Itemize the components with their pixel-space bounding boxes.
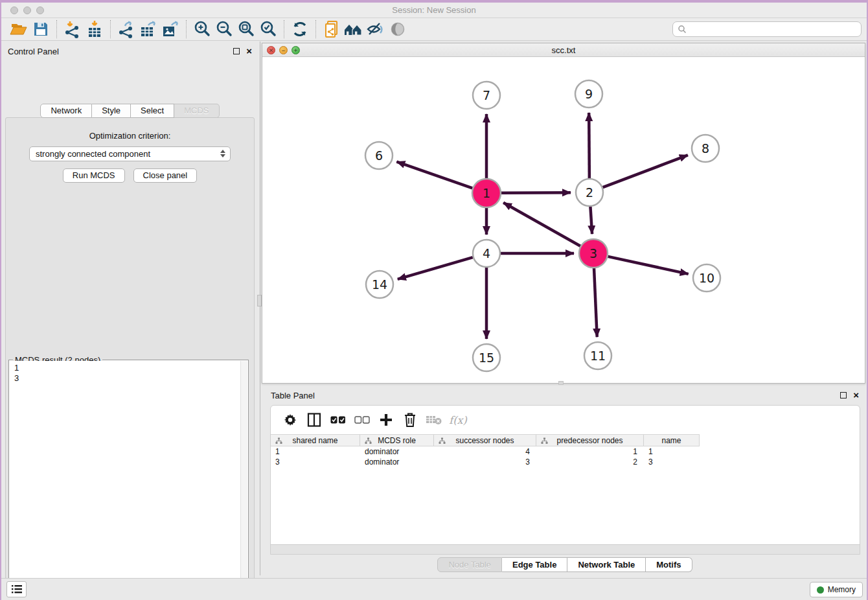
mcds-result-list[interactable]: 13 [10, 361, 240, 600]
graph-node-label: 15 [479, 351, 494, 365]
column-header-shared-name[interactable]: shared name [271, 435, 360, 446]
run-mcds-button[interactable]: Run MCDS [63, 168, 125, 183]
close-panel-icon[interactable]: × [246, 48, 252, 54]
hide-selected-icon[interactable] [365, 19, 387, 39]
column-header-predecessor-nodes[interactable]: predecessor nodes [536, 435, 644, 446]
search-field[interactable] [672, 21, 862, 37]
tab-style[interactable]: Style [92, 104, 131, 118]
network-close-icon[interactable]: ✕ [267, 46, 275, 54]
maximize-window-icon[interactable] [36, 6, 44, 14]
mcds-result-line: 1 [14, 363, 240, 373]
gear-icon[interactable] [281, 411, 299, 428]
graph-node-label: 11 [590, 349, 606, 363]
save-session-icon[interactable] [30, 19, 52, 39]
delete-table-icon[interactable] [425, 411, 443, 428]
graph-edge-2-8[interactable] [603, 155, 688, 187]
table-cell[interactable]: 4 [434, 446, 536, 457]
clone-network-icon[interactable] [321, 19, 343, 39]
first-neighbors-icon[interactable] [343, 19, 365, 39]
memory-button[interactable]: Memory [810, 582, 863, 597]
show-all-icon[interactable] [387, 19, 409, 39]
network-maximize-icon[interactable]: + [291, 46, 300, 54]
graph-edge-3-1[interactable] [503, 203, 580, 246]
import-network-icon[interactable] [62, 19, 84, 39]
table-cell[interactable]: 1 [271, 446, 360, 457]
tab-edge-table[interactable]: Edge Table [502, 557, 567, 572]
tab-network-table[interactable]: Network Table [567, 557, 646, 572]
network-minimize-icon[interactable]: − [279, 46, 288, 54]
column-header-mcds-role[interactable]: MCDS role [360, 435, 434, 446]
split-view-icon[interactable] [305, 411, 323, 428]
graph-edge-2-3[interactable] [590, 207, 592, 234]
task-history-button[interactable] [6, 581, 27, 597]
close-table-panel-icon[interactable]: × [853, 392, 859, 398]
graph-edge-4-14[interactable] [398, 257, 473, 279]
table-cell[interactable]: dominator [360, 446, 434, 457]
graph-edge-1-6[interactable] [396, 162, 472, 189]
tab-motifs[interactable]: Motifs [646, 557, 692, 572]
zoom-selected-icon[interactable] [257, 19, 279, 39]
delete-column-icon[interactable] [401, 411, 419, 428]
toolbar-separator [110, 20, 111, 38]
close-window-icon[interactable] [10, 6, 18, 14]
vertical-splitter-handle[interactable] [257, 295, 262, 306]
table-cell[interactable]: 3 [434, 457, 536, 467]
graph-edge-3-10[interactable] [608, 257, 688, 274]
graph-edge-2-9[interactable] [589, 113, 589, 178]
table-cell[interactable]: 1 [536, 446, 644, 457]
add-column-icon[interactable] [377, 411, 395, 428]
horizontal-splitter-handle[interactable] [558, 381, 564, 385]
deselect-all-icon[interactable] [353, 411, 371, 428]
graph-node-label: 9 [585, 87, 593, 101]
table-cell[interactable]: 2 [536, 457, 644, 467]
tab-node-table[interactable]: Node Table [437, 557, 502, 572]
network-canvas[interactable]: 7968124314101511 [262, 57, 865, 383]
table-cell[interactable]: 3 [644, 457, 700, 467]
open-file-icon[interactable] [8, 19, 30, 39]
float-panel-icon[interactable] [233, 48, 240, 54]
close-panel-button[interactable]: Close panel [133, 168, 198, 183]
vertical-splitter[interactable] [260, 41, 260, 575]
table-row[interactable]: 1dominator411 [271, 446, 700, 457]
function-builder-icon[interactable]: f(x) [449, 411, 467, 428]
criterion-select[interactable]: strongly connected component [29, 146, 231, 161]
export-table-icon[interactable] [137, 19, 159, 39]
window-controls [10, 6, 44, 14]
table-row[interactable]: 3dominator323 [271, 457, 700, 467]
export-network-icon[interactable] [115, 19, 137, 39]
export-image-icon[interactable] [159, 19, 181, 39]
select-all-icon[interactable] [329, 411, 347, 428]
import-table-icon[interactable] [84, 19, 106, 39]
criterion-selected-value: strongly connected component [36, 149, 150, 159]
toolbar-separator [56, 20, 57, 38]
network-graph[interactable]: 7968124314101511 [262, 57, 865, 383]
refresh-icon[interactable] [289, 19, 311, 39]
zoom-fit-icon[interactable] [235, 19, 257, 39]
table-cell[interactable]: dominator [360, 457, 434, 467]
tab-network[interactable]: Network [40, 104, 92, 118]
search-input[interactable] [687, 23, 861, 36]
graph-edge-3-11[interactable] [594, 268, 597, 337]
zoom-in-icon[interactable] [191, 19, 213, 39]
memory-status-icon [817, 586, 824, 594]
control-panel: Control Panel × Network Style Select MCD… [0, 41, 260, 575]
table-tabs: Node Table Edge Table Network Table Moti… [262, 557, 868, 572]
tab-select[interactable]: Select [131, 104, 174, 118]
column-header-successor-nodes[interactable]: successor nodes [434, 435, 536, 446]
graph-node-label: 7 [483, 88, 490, 102]
result-scrollbar[interactable] [240, 361, 247, 600]
table-hscrollbar[interactable] [271, 544, 860, 554]
tab-mcds[interactable]: MCDS [174, 104, 219, 118]
window-titlebar: Session: New Session [0, 3, 868, 18]
minimize-window-icon[interactable] [23, 6, 31, 14]
toolbar-separator [186, 20, 187, 38]
zoom-out-icon[interactable] [213, 19, 235, 39]
float-table-panel-icon[interactable] [840, 392, 847, 398]
network-window-titlebar[interactable]: ✕ − + scc.txt [262, 43, 865, 57]
column-header-name[interactable]: name [644, 435, 700, 446]
status-bar: Memory [0, 578, 868, 600]
table-cell[interactable]: 3 [271, 457, 360, 467]
table-cell[interactable]: 1 [644, 446, 700, 457]
table-panel: Table Panel × [262, 386, 868, 573]
graph-edge-1-2[interactable] [501, 192, 571, 193]
